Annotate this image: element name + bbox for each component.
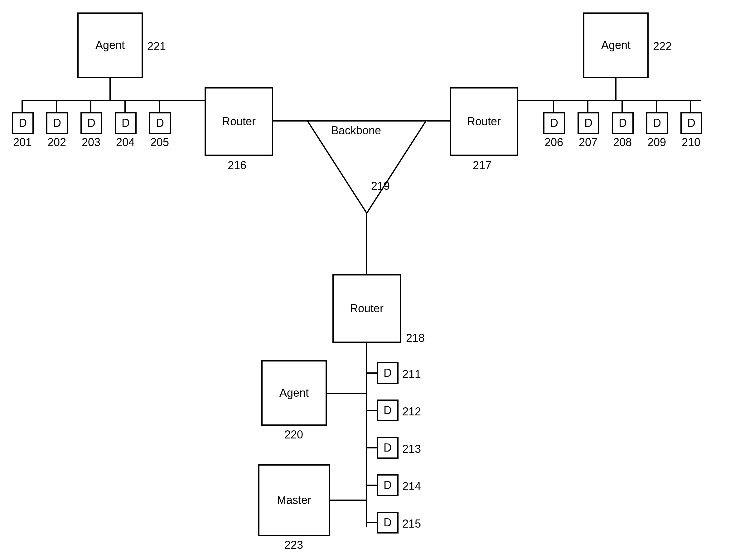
d215-label: D xyxy=(384,516,392,529)
d204-label: D xyxy=(122,117,130,130)
right-bus xyxy=(518,100,701,101)
d205-num: 205 xyxy=(150,136,169,149)
agent-220-box: Agent xyxy=(261,360,327,426)
d212-stub xyxy=(368,410,377,411)
d207-stub xyxy=(587,100,589,112)
left-bus xyxy=(22,100,204,101)
router-217-box: Router xyxy=(450,87,518,156)
bottom-bus xyxy=(366,343,368,527)
d211-stub xyxy=(368,372,377,374)
d206-num: 206 xyxy=(545,136,563,149)
d203-label: D xyxy=(87,117,95,130)
d-207-box: D xyxy=(578,112,599,134)
d-214-box: D xyxy=(377,474,399,496)
agent-222-num: 222 xyxy=(653,40,672,53)
d212-num: 212 xyxy=(402,405,421,418)
backbone-num: 219 xyxy=(371,179,390,193)
d-211-box: D xyxy=(377,362,399,384)
r216-to-backbone xyxy=(273,120,307,122)
agent-221-label: Agent xyxy=(95,39,125,52)
d213-num: 213 xyxy=(402,443,421,456)
router-216-box: Router xyxy=(204,87,273,156)
d215-num: 215 xyxy=(402,517,421,530)
d212-label: D xyxy=(384,404,392,417)
d-209-box: D xyxy=(646,112,668,134)
d-205-box: D xyxy=(149,112,171,134)
agent220-stub xyxy=(327,393,366,394)
router218-label: Router xyxy=(350,302,384,315)
router216-label: Router xyxy=(222,115,256,128)
d203-num: 203 xyxy=(82,136,100,149)
backbone-label: Backbone xyxy=(331,124,381,137)
d214-num: 214 xyxy=(402,480,421,493)
d214-stub xyxy=(368,485,377,486)
d207-label: D xyxy=(584,117,593,130)
master-223-box: Master xyxy=(258,464,330,536)
router216-num: 216 xyxy=(228,159,246,172)
d208-label: D xyxy=(619,117,627,130)
d202-stub xyxy=(56,100,57,112)
d-210-box: D xyxy=(680,112,702,134)
d209-num: 209 xyxy=(647,136,666,149)
d209-label: D xyxy=(653,117,661,130)
d204-num: 204 xyxy=(116,136,135,149)
d213-stub xyxy=(368,447,377,448)
agent-221-num: 221 xyxy=(147,40,166,53)
d201-num: 201 xyxy=(13,136,32,149)
master-223-label: Master xyxy=(277,494,311,507)
d210-num: 210 xyxy=(682,136,700,149)
d214-label: D xyxy=(384,479,392,492)
router-218-box: Router xyxy=(332,274,401,343)
d215-stub xyxy=(368,522,377,523)
d210-label: D xyxy=(687,117,695,130)
d211-num: 211 xyxy=(402,368,421,381)
agent-222-box: Agent xyxy=(583,12,649,78)
d-204-box: D xyxy=(115,112,137,134)
router218-num: 218 xyxy=(406,332,425,345)
d206-label: D xyxy=(550,117,558,130)
d202-num: 202 xyxy=(47,136,66,149)
d210-stub xyxy=(690,100,691,112)
d211-label: D xyxy=(384,366,392,380)
d205-stub xyxy=(159,100,160,112)
d201-label: D xyxy=(19,117,27,130)
d205-label: D xyxy=(156,117,164,130)
agent-220-num: 220 xyxy=(284,428,303,441)
d-213-box: D xyxy=(377,437,399,459)
d206-stub xyxy=(553,100,554,112)
d204-stub xyxy=(124,100,126,112)
d201-stub xyxy=(22,100,23,112)
backbone-to-r218 xyxy=(366,213,368,274)
d-215-box: D xyxy=(377,512,399,534)
agent222-drop xyxy=(615,78,617,100)
backbone-to-r217 xyxy=(427,120,450,122)
router217-num: 217 xyxy=(473,159,492,172)
d207-num: 207 xyxy=(579,136,598,149)
agent-220-label: Agent xyxy=(279,386,309,400)
d208-num: 208 xyxy=(613,136,632,149)
d202-label: D xyxy=(53,117,61,130)
d209-stub xyxy=(656,100,657,112)
d-202-box: D xyxy=(46,112,68,134)
d-201-box: D xyxy=(12,112,34,134)
agent-222-label: Agent xyxy=(601,39,631,52)
master-223-num: 223 xyxy=(284,538,303,552)
d208-stub xyxy=(622,100,623,112)
d213-label: D xyxy=(384,441,392,454)
d-206-box: D xyxy=(543,112,565,134)
agent221-drop xyxy=(109,78,111,100)
agent-221-box: Agent xyxy=(77,12,143,78)
d203-stub xyxy=(90,100,91,112)
d-208-box: D xyxy=(612,112,634,134)
router217-label: Router xyxy=(467,115,501,128)
d-203-box: D xyxy=(80,112,102,134)
d-212-box: D xyxy=(377,400,399,421)
master223-stub xyxy=(330,500,366,501)
